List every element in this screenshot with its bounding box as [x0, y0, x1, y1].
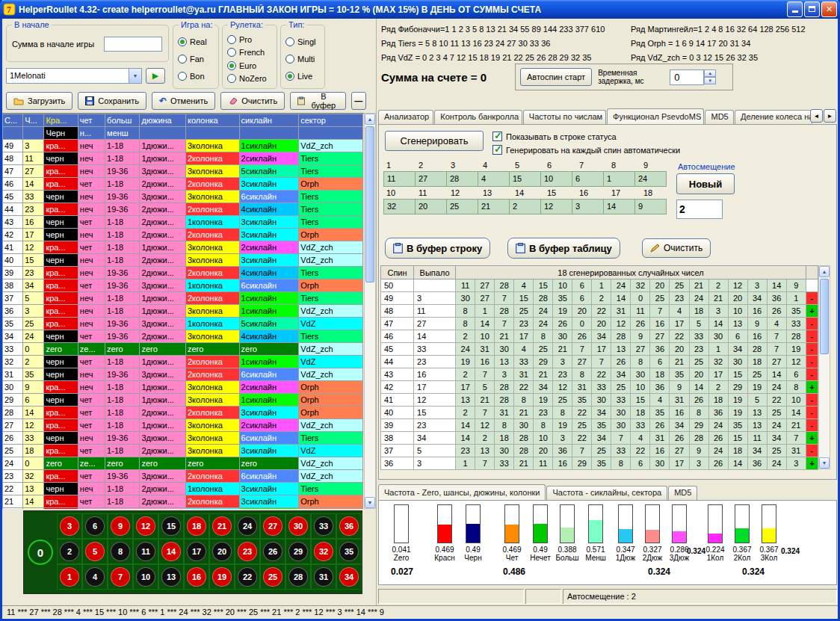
radio-Fan[interactable]: Fan — [178, 55, 217, 64]
board-cell-24[interactable]: 24 — [235, 513, 260, 539]
history-row[interactable]: 4811черннеч1-181дюжи...2колонка2сиклайнT… — [3, 152, 363, 165]
history-row[interactable]: 2114кра...чет1-182дюжи...2колонка3сиклай… — [3, 495, 363, 508]
history-row[interactable]: 2332кра...чет19-363дюжи...2колонка6сикла… — [3, 470, 363, 483]
board-cell-15[interactable]: 15 — [158, 513, 184, 539]
board-cell-34[interactable]: 34 — [336, 564, 362, 590]
delay-spinner[interactable]: 0 ▲ ▼ — [670, 69, 716, 85]
load-button[interactable]: Загрузить — [6, 92, 72, 110]
history-row[interactable]: 2633черннеч19-363дюжи...3колонка6сиклайн… — [3, 432, 363, 445]
board-cell-14[interactable]: 14 — [158, 539, 184, 564]
scroll-thumb[interactable] — [820, 279, 829, 354]
pseudoms-row[interactable]: 48118128252419202231117418310162635+ — [381, 305, 818, 318]
tab-MD5[interactable]: MD5 — [668, 486, 697, 500]
history-row[interactable]: 201кра...неч1-181дюжи...1колонка1сиклайн… — [3, 508, 363, 510]
tab-Частота - Zero, шансы, дюжины, колонки[interactable]: Частота - Zero, шансы, дюжины, колонки — [378, 484, 546, 500]
start-sum-input[interactable] — [104, 37, 162, 52]
board-cell-28[interactable]: 28 — [285, 564, 311, 590]
pseudoms-scrollbar[interactable]: ▲ ▼ — [818, 265, 830, 469]
board-cell-26[interactable]: 26 — [260, 539, 285, 564]
board-cell-4[interactable]: 4 — [82, 564, 108, 590]
generate-button[interactable]: Сгенерировать — [385, 131, 484, 151]
board-cell-36[interactable]: 36 — [336, 513, 362, 539]
combobox-dropdown-icon[interactable]: ▼ — [129, 69, 141, 83]
spinner-down-icon[interactable]: ▼ — [704, 77, 716, 84]
history-row[interactable]: 363кра...неч1-181дюжи...3колонка1сиклайн… — [3, 305, 363, 318]
board-cell-33[interactable]: 33 — [311, 513, 336, 539]
pseudoms-row[interactable]: 4727814723242602012261617514139433- — [381, 318, 818, 330]
pseudoms-row[interactable]: 453324313042521717132736202313428719- — [381, 343, 818, 356]
board-cell-7[interactable]: 7 — [108, 564, 133, 590]
board-cell-9[interactable]: 9 — [108, 513, 133, 539]
tab-MD5[interactable]: MD5 — [705, 110, 734, 124]
history-row[interactable]: 4614кра...чет1-182дюжи...2колонка3сиклай… — [3, 178, 363, 191]
radio-Multi[interactable]: Multi — [285, 55, 323, 64]
radio-Bon[interactable]: Bon — [178, 72, 217, 81]
scroll-up-icon[interactable]: ▲ — [819, 266, 830, 277]
history-row[interactable]: 3525кра...неч19-363дюжи...1колонка5сикла… — [3, 318, 363, 330]
history-row[interactable]: 4533черннеч19-363дюжи...3колонка6сиклайн… — [3, 191, 363, 203]
board-cell-32[interactable]: 32 — [311, 539, 336, 564]
board-cell-22[interactable]: 22 — [235, 564, 260, 590]
history-row[interactable]: 4423кра...неч19-362дюжи...2колонка4сикла… — [3, 203, 363, 216]
pseudoms-row[interactable]: 363173321111629358630173261436243+ — [381, 457, 818, 470]
tab-scroll-right[interactable]: ► — [824, 109, 836, 123]
history-row[interactable]: 4112кра...чет1-181дюжи...3колонка2сиклай… — [3, 241, 363, 254]
autoshift-input[interactable] — [676, 200, 723, 219]
board-cell-19[interactable]: 19 — [209, 564, 235, 590]
history-row[interactable]: 4015черннеч1-182дюжи...3колонка3сиклайнV… — [3, 254, 363, 267]
pseudoms-row[interactable]: 401527312123822343018351683619132514- — [381, 407, 818, 419]
history-row[interactable]: 4316чернчет1-182дюжи...1колонка3сиклайнT… — [3, 216, 363, 229]
history-row[interactable]: 3135черннеч19-363дюжи...2колонка6сиклайн… — [3, 368, 363, 381]
scroll-up-icon[interactable]: ▲ — [365, 114, 375, 125]
board-cell-21[interactable]: 21 — [209, 513, 235, 539]
board-cell-10[interactable]: 10 — [133, 564, 158, 590]
clear-button[interactable]: Очистить — [220, 92, 285, 110]
checkbox-generate-each-spin[interactable]: Генерировать на каждый спин автоматическ… — [492, 145, 680, 155]
history-row[interactable]: 2518кра...чет1-182дюжи...3колонка3сиклай… — [3, 445, 363, 457]
copy-row-button[interactable]: В буфер строку — [385, 238, 490, 259]
pseudoms-row[interactable]: 3752313302820367253322162792418342531- — [381, 445, 818, 457]
autospin-start-button[interactable]: Автоспин старт — [520, 68, 592, 86]
board-cell-11[interactable]: 11 — [133, 539, 158, 564]
board-cell-20[interactable]: 20 — [209, 539, 235, 564]
history-row[interactable]: 2712кра...чет1-181дюжи...3колонка2сиклай… — [3, 419, 363, 432]
board-cell-30[interactable]: 30 — [285, 513, 311, 539]
history-row[interactable]: 493кра...неч1-181дюжи...3колонка1сиклайн… — [3, 140, 363, 152]
tab-Контроль банкролла[interactable]: Контроль банкролла — [434, 110, 522, 124]
pseudoms-row[interactable]: 43162733121238223430183520171525146- — [381, 368, 818, 381]
board-cell-25[interactable]: 25 — [260, 564, 285, 590]
radio-Live[interactable]: Live — [285, 72, 323, 81]
board-cell-27[interactable]: 27 — [260, 513, 285, 539]
board-cell-17[interactable]: 17 — [184, 539, 209, 564]
start-play-button[interactable]: ▶ — [146, 68, 165, 84]
board-cell-8[interactable]: 8 — [108, 539, 133, 564]
scroll-down-icon[interactable]: ▼ — [819, 457, 830, 469]
pseudoms-row[interactable]: 46142102117830263428927223330616728- — [381, 330, 818, 343]
radio-NoZero[interactable]: NoZero — [227, 74, 275, 83]
close-button[interactable]: ✕ — [821, 1, 837, 17]
pseudoms-row[interactable]: 50112728415106124322025212123149 — [381, 279, 818, 292]
save-button[interactable]: Сохранить — [78, 92, 146, 110]
checkbox-show-in-status[interactable]: Показывать в строке статуса — [492, 132, 617, 141]
new-button[interactable]: Новый — [676, 173, 735, 194]
tab-Частота - сиклайны, сектора[interactable]: Частота - сиклайны, сектора — [546, 486, 667, 500]
history-row[interactable]: 240zeroze...zerozerozerozeroVdZ_zch — [3, 457, 363, 470]
tab-Функционал PsevdoMS[interactable]: Функционал PsevdoMS — [607, 108, 704, 124]
history-row[interactable]: 296чернчет1-181дюжи...3колонка1сиклайнOr… — [3, 394, 363, 407]
history-row[interactable]: 309кра...неч1-181дюжи...3колонка2сиклайн… — [3, 381, 363, 394]
pseudoms-row[interactable]: 38341421828103223474312628261511347+ — [381, 432, 818, 445]
radio-Real[interactable]: Real — [178, 37, 217, 46]
history-row[interactable]: 2213черннеч1-182дюжи...1колонка3сиклайнT… — [3, 483, 363, 495]
copy-buffer-button[interactable]: В буфер — [290, 92, 345, 110]
history-row[interactable]: 3834кра...чет19-363дюжи...1колонка6сикла… — [3, 279, 363, 292]
scroll-track[interactable] — [819, 277, 830, 457]
history-scrollbar[interactable]: ▲ ▼ — [364, 113, 376, 509]
clear-generator-button[interactable]: Очистить — [642, 238, 711, 258]
board-cell-3[interactable]: 3 — [57, 513, 82, 539]
undo-button[interactable]: ↶ Отменить — [152, 92, 215, 110]
pseudoms-row[interactable]: 421717528223412313325103691422919248+ — [381, 381, 818, 394]
history-row[interactable]: 2814кра...чет1-182дюжи...2колонка3сиклай… — [3, 407, 363, 419]
board-cell-31[interactable]: 31 — [311, 564, 336, 590]
collapse-button[interactable]: — — [351, 92, 366, 110]
board-cell-29[interactable]: 29 — [285, 539, 311, 564]
